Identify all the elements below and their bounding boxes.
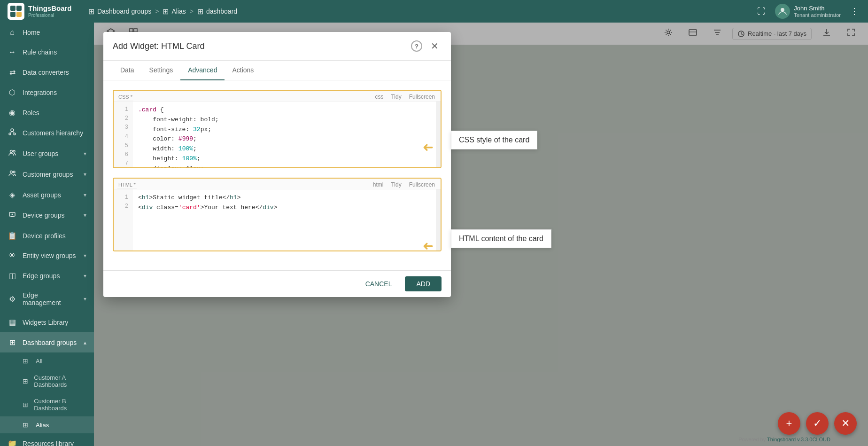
dashboard-groups-arrow: ▴ [84,339,86,346]
sidebar-label-asset-groups: Asset groups [23,191,78,199]
css-scrollbar[interactable] [436,102,441,167]
css-code-area[interactable]: 12345 6789 .card { font-weight: bold; fo… [114,102,441,167]
html-tidy-btn[interactable]: Tidy [389,180,403,189]
home-icon: ⌂ [8,28,17,37]
html-fullscreen-btn[interactable]: Fullscreen [407,180,437,189]
alias-sidebar-icon: ⊞ [23,421,31,429]
breadcrumb-item-dashboard[interactable]: ⊞ dashboard [197,7,237,16]
tab-data[interactable]: Data [113,61,142,80]
svg-point-5 [11,129,14,132]
sidebar-item-rule-chains[interactable]: ↔ Rule chains [0,42,94,62]
dashboard-icon: ⊞ [197,7,203,16]
sidebar-item-edge-groups[interactable]: ◫ Edge groups ▾ [0,266,94,286]
tab-advanced[interactable]: Advanced [180,61,225,80]
top-nav: ThingsBoard Professional ⊞ Dashboard gro… [0,0,868,23]
fab-container: + ✓ ✕ [778,412,857,435]
svg-point-4 [781,8,784,12]
sidebar-item-integrations[interactable]: ⬡ Integrations [0,82,94,102]
svg-line-9 [12,132,15,133]
integrations-icon: ⬡ [8,88,17,97]
add-button[interactable]: Add [405,276,442,291]
tab-settings[interactable]: Settings [142,61,181,80]
fullscreen-btn[interactable]: ⛶ [755,5,767,18]
sidebar-sub-item-all[interactable]: ⊞ All [0,352,94,369]
modal-help-btn[interactable]: ? [411,40,422,52]
sidebar-item-widgets-library[interactable]: ▦ Widgets Library [0,312,94,332]
sidebar-item-entity-view-groups[interactable]: 👁 Entity view groups ▾ [0,246,94,266]
sidebar-label-integrations: Integrations [23,89,86,96]
html-scrollbar[interactable] [436,189,441,250]
sidebar-item-home[interactable]: ⌂ Home [0,23,94,42]
sidebar-item-device-profiles[interactable]: 📋 Device profiles [0,226,94,246]
edge-groups-icon: ◫ [8,271,17,280]
html-annotation: HTML content of the card [451,229,551,248]
sidebar-sub-item-customer-a[interactable]: ⊞ Customer A Dashboards [0,369,94,393]
html-btn[interactable]: html [371,180,386,189]
modal-close-btn[interactable]: ✕ [428,39,442,53]
css-btn[interactable]: css [373,93,385,101]
sidebar-label-edge-management: Edge management [23,291,78,306]
breadcrumb-item-dashboard-groups[interactable]: ⊞ Dashboard groups [88,7,151,16]
powered-by: Powered by Thingsboard v.3.3.0CLOUD [738,437,830,442]
avatar [775,4,790,19]
svg-point-7 [14,133,16,135]
breadcrumb-alias-label: Alias [171,8,186,15]
sidebar: ⌂ Home ↔ Rule chains ⇄ Data converters ⬡… [0,23,94,446]
powered-by-text: Powered by [738,437,766,442]
cancel-button[interactable]: Cancel [358,276,400,291]
sidebar-item-resources-library[interactable]: 📁 Resources library [0,433,94,446]
sidebar-sub-item-customer-b[interactable]: ⊞ Customer B Dashboards [0,393,94,416]
modal-tabs: Data Settings Advanced Actions [103,61,451,80]
entity-view-groups-icon: 👁 [8,251,17,260]
sidebar-sub-label-alias: Alias [36,422,49,429]
sidebar-item-dashboard-groups[interactable]: ⊞ Dashboard groups ▴ [0,332,94,352]
sidebar-item-asset-groups[interactable]: ◈ Asset groups ▾ [0,185,94,205]
fab-close-btn[interactable]: ✕ [834,412,857,435]
logo[interactable]: ThingsBoard Professional [8,3,83,20]
breadcrumb-item-alias[interactable]: ⊞ Alias [163,7,186,16]
user-info: John Smith Tenant administrator [775,4,841,19]
html-editor-label: HTML * [117,181,137,189]
tab-actions[interactable]: Actions [225,61,261,80]
user-groups-arrow: ▾ [84,150,86,157]
css-code-content: .card { font-weight: bold; font-size: 32… [132,102,436,167]
customer-b-icon: ⊞ [23,401,29,408]
sidebar-sub-item-alias[interactable]: ⊞ Alias [0,416,94,433]
svg-rect-1 [16,6,22,11]
sidebar-label-user-groups: User groups [23,150,78,157]
device-profiles-icon: 📋 [8,231,17,240]
sidebar-label-rule-chains: Rule chains [23,48,86,56]
customer-groups-arrow: ▾ [84,171,86,178]
sidebar-label-dashboard-groups: Dashboard groups [23,339,78,346]
fab-add-btn[interactable]: + [778,412,800,435]
css-editor-label: CSS * [117,93,133,101]
css-tidy-btn[interactable]: Tidy [389,93,403,101]
sidebar-item-user-groups[interactable]: User groups ▾ [0,143,94,164]
customers-hierarchy-icon [8,128,17,138]
powered-by-link[interactable]: Thingsboard v.3.3.0CLOUD [767,437,830,442]
asset-groups-arrow: ▾ [84,192,86,198]
more-menu-btn[interactable]: ⋮ [848,4,860,18]
sidebar-label-customer-groups: Customer groups [23,171,78,178]
svg-rect-0 [10,6,16,11]
resources-library-icon: 📁 [8,439,17,446]
sidebar-item-customer-groups[interactable]: Customer groups ▾ [0,164,94,185]
fab-check-btn[interactable]: ✓ [806,412,829,435]
customer-groups-icon [8,170,17,179]
logo-edition: Professional [28,13,72,18]
sidebar-item-customers-hierarchy[interactable]: Customers hierarchy [0,123,94,143]
user-role: Tenant administrator [794,12,841,18]
sidebar-item-data-converters[interactable]: ⇄ Data converters [0,62,94,82]
sidebar-item-device-groups[interactable]: Device groups ▾ [0,205,94,226]
logo-brand: ThingsBoard [28,4,72,13]
user-details: John Smith Tenant administrator [794,5,841,18]
sidebar-item-roles[interactable]: ◉ Roles [0,102,94,123]
all-icon: ⊞ [23,357,31,365]
rule-chains-icon: ↔ [8,48,17,56]
html-code-content: <h1>Static widget title</h1> <div class=… [132,189,436,250]
html-code-area[interactable]: 12 <h1>Static widget title</h1> <div cla… [114,189,441,250]
svg-line-8 [10,132,12,133]
sidebar-sub-label-customer-b: Customer B Dashboards [34,398,86,412]
sidebar-item-edge-management[interactable]: ⚙ Edge management ▾ [0,286,94,312]
css-fullscreen-btn[interactable]: Fullscreen [407,93,437,101]
